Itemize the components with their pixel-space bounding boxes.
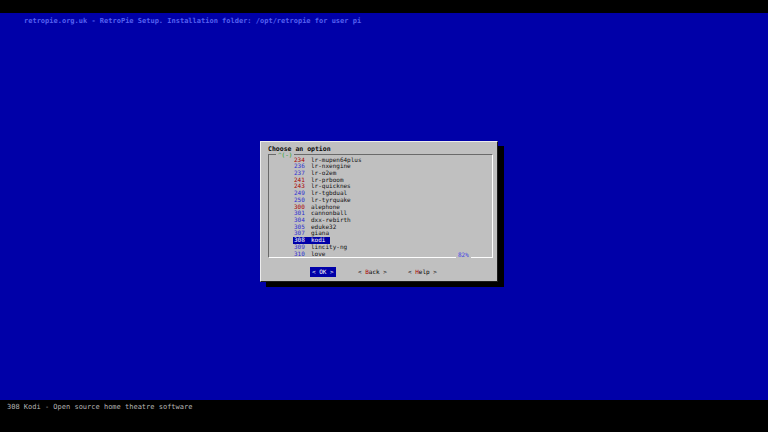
menu-item-label: love (311, 250, 325, 257)
console-viewport: retropie.org.uk - RetroPie Setup. Instal… (0, 0, 768, 432)
choose-option-dialog: Choose an option 234lr-mupen64plus236lr-… (260, 141, 498, 282)
button-row: < OK >< Back >< Help > (261, 266, 497, 278)
button-label-rest: K > (323, 268, 334, 275)
menu-item-tag: 310 (294, 251, 311, 258)
button-label-rest: ack > (369, 268, 387, 275)
menu-list[interactable]: 234lr-mupen64plus236lr-nxengine237lr-o2e… (268, 154, 493, 258)
back-button[interactable]: < Back > (356, 267, 389, 277)
help-button[interactable]: < Help > (406, 267, 439, 277)
scroll-up-indicator: ^(-) (276, 151, 294, 158)
backtitle: retropie.org.uk - RetroPie Setup. Instal… (24, 16, 361, 26)
button-label-rest: elp > (419, 268, 437, 275)
scroll-percent-indicator: 82% (456, 251, 471, 258)
status-helpline: 308 Kodi - Open source home theatre soft… (7, 403, 192, 411)
console-screen: retropie.org.uk - RetroPie Setup. Instal… (0, 13, 768, 400)
ok-button[interactable]: < OK > (310, 267, 336, 277)
menu-item-text: 310love (293, 251, 326, 258)
